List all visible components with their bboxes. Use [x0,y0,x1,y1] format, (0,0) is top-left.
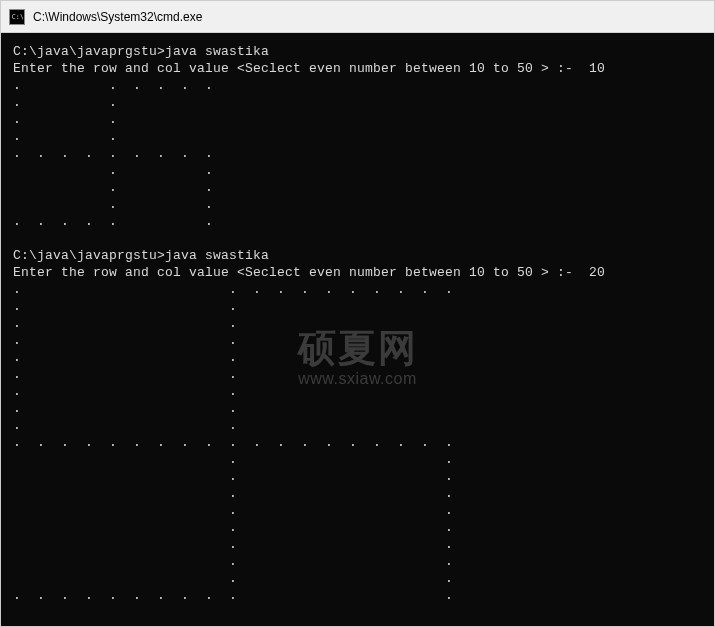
cmd-icon: C:\ [9,9,25,25]
terminal-area[interactable]: C:\java\javaprgstu>java swastika Enter t… [1,33,714,627]
prompt-line: C:\java\javaprgstu>java swastika [13,44,269,59]
svg-text:C:\: C:\ [12,13,23,21]
window-title: C:\Windows\System32\cmd.exe [33,10,202,24]
terminal-output: C:\java\javaprgstu>java swastika Enter t… [13,43,702,604]
pattern-output: . . . . . . . . . . . . . . . . . . . . … [13,78,213,229]
pattern-output: . . . . . . . . . . . . . . . . . . . . … [13,282,453,603]
input-prompt-line: Enter the row and col value <Seclect eve… [13,61,605,76]
window-titlebar[interactable]: C:\ C:\Windows\System32\cmd.exe [1,1,714,33]
prompt-line: C:\java\javaprgstu>java swastika [13,248,269,263]
input-prompt-line: Enter the row and col value <Seclect eve… [13,265,605,280]
